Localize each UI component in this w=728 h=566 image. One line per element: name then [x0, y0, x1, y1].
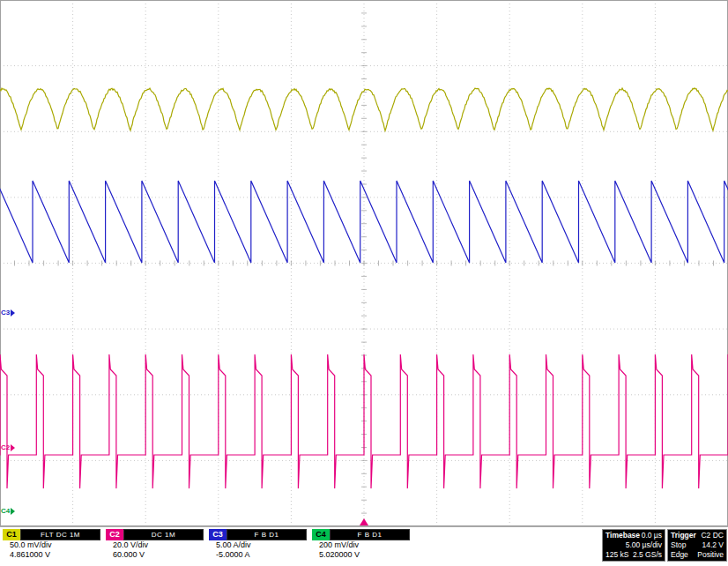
trigger-label: Trigger — [671, 531, 696, 540]
waveform-plot — [0, 0, 728, 526]
timebase-scale: 5.00 µs/div — [626, 540, 662, 550]
trace-c2 — [0, 354, 728, 488]
channel-header-c3: C3 F B D1 — [209, 529, 307, 540]
oscilloscope-screen: C3 C2 C4 C1 FLT DC 1M 50.0 mV/div 4.8610… — [0, 0, 728, 566]
channel-offset-c1: 4.861000 V — [3, 550, 100, 560]
status-bar: C1 FLT DC 1M 50.0 mV/div 4.861000 V C2 D… — [0, 526, 728, 566]
channel-coupling-c3[interactable]: F B D1 — [227, 529, 307, 540]
trigger-mode: Stop — [671, 540, 687, 550]
channel-zero-marker-c3[interactable]: C3 — [1, 309, 15, 317]
channel-zero-marker-c4[interactable]: C4 — [1, 507, 15, 516]
channel-descriptor-c2[interactable]: C2 DC 1M 20.0 V/div 60.000 V — [106, 529, 204, 561]
marker-label: C2 — [1, 443, 10, 452]
channel-zero-marker-c2[interactable]: C2 — [1, 443, 15, 452]
timebase-record-length: 125 kS — [605, 550, 628, 560]
channel-scale-c2: 20.0 V/div — [106, 540, 204, 550]
channel-tab-c4[interactable]: C4 — [312, 529, 330, 540]
channel-descriptor-c3[interactable]: C3 F B D1 5.00 A/div -5.0000 A — [209, 529, 307, 561]
trigger-type: Edge — [671, 550, 688, 560]
channel-offset-c3: -5.0000 A — [209, 550, 307, 560]
marker-label: C3 — [1, 309, 10, 317]
channel-header-c2: C2 DC 1M — [106, 529, 204, 540]
channel-descriptor-c4[interactable]: C4 F B D1 200 mV/div 5.020000 V — [312, 529, 410, 561]
marker-label: C4 — [1, 507, 10, 516]
channel-scale-c1: 50.0 mV/div — [3, 540, 100, 550]
timebase-position: 0.0 µs — [642, 531, 662, 540]
timebase-panel[interactable]: Timebase 0.0 µs 5.00 µs/div 125 kS 2.5 G… — [602, 529, 665, 562]
trigger-panel[interactable]: Trigger C2 DC Stop 14.2 V Edge Positive — [667, 529, 727, 562]
timebase-label: Timebase — [605, 531, 640, 540]
trigger-level: 14.2 V — [702, 540, 724, 550]
channel-tab-c3[interactable]: C3 — [209, 529, 227, 540]
channel-tab-c2[interactable]: C2 — [106, 529, 123, 540]
trigger-slope: Positive — [697, 550, 724, 560]
channel-coupling-c1[interactable]: FLT DC 1M — [20, 529, 100, 540]
marker-arrow-icon — [11, 444, 15, 451]
waveform-display-area: C3 C2 C4 — [0, 0, 728, 526]
marker-arrow-icon — [11, 508, 15, 515]
marker-arrow-icon — [11, 309, 15, 317]
channel-coupling-c4[interactable]: F B D1 — [330, 529, 410, 540]
channel-scale-c4: 200 mV/div — [312, 540, 410, 550]
channel-coupling-c2[interactable]: DC 1M — [123, 529, 204, 540]
channel-header-c4: C4 F B D1 — [312, 529, 410, 540]
timebase-sample-rate: 2.5 GS/s — [633, 550, 662, 560]
channel-offset-c4: 5.020000 V — [312, 550, 410, 560]
channel-offset-c2: 60.000 V — [106, 550, 204, 560]
channel-tab-c1[interactable]: C1 — [3, 529, 20, 540]
channel-scale-c3: 5.00 A/div — [209, 540, 307, 550]
channel-descriptor-c1[interactable]: C1 FLT DC 1M 50.0 mV/div 4.861000 V — [3, 529, 100, 561]
trigger-source: C2 DC — [701, 531, 724, 540]
trigger-time-marker-icon[interactable] — [360, 518, 368, 525]
channel-header-c1: C1 FLT DC 1M — [3, 529, 100, 540]
